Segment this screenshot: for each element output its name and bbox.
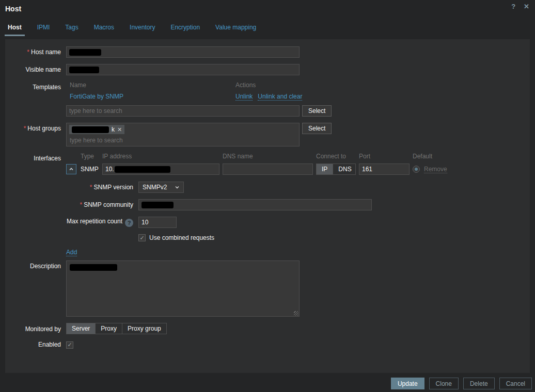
unlink-and-clear-button[interactable]: Unlink and clear — [258, 93, 302, 101]
cancel-button[interactable]: Cancel — [499, 378, 532, 389]
update-button[interactable]: Update — [391, 378, 424, 389]
redacted-host-group-name — [72, 126, 109, 133]
tab-value-mapping[interactable]: Value mapping — [212, 22, 259, 36]
required-asterisk: * — [24, 125, 26, 132]
add-interface-link[interactable]: Add — [66, 249, 77, 256]
host-name-label: *Host name — [5, 46, 61, 58]
tab-host[interactable]: Host — [5, 22, 25, 36]
snmp-community-row: *SNMP community — [66, 199, 459, 210]
template-select-button[interactable]: Select — [302, 105, 332, 117]
chevron-up-icon — [69, 167, 74, 172]
interfaces-table-header: Type IP address DNS name Connect to Port… — [66, 153, 459, 160]
snmp-version-value: SNMPv2 — [143, 184, 167, 191]
dialog-header: Host — [0, 0, 535, 13]
host-groups-multiselect[interactable]: k ✕ type here to search — [66, 123, 300, 146]
monitored-by-server-option[interactable]: Server — [67, 323, 95, 334]
unlink-button[interactable]: Unlink — [235, 93, 253, 101]
templates-actions-column-header: Actions — [235, 81, 256, 89]
combined-requests-row: ✓ Use combined requests — [66, 234, 459, 241]
host-name-input[interactable] — [66, 46, 300, 58]
description-label: Description — [5, 260, 61, 317]
snmp-interface-details: *SNMP version SNMPv2 *SNMP community — [66, 182, 459, 241]
enabled-label: Enabled — [5, 340, 61, 349]
max-repetition-row: Max repetition count? — [66, 217, 459, 228]
host-group-chip-visible-text: k — [112, 126, 115, 133]
use-combined-requests-label: Use combined requests — [149, 234, 214, 241]
check-icon: ✓ — [139, 235, 144, 241]
redacted-host-name-value — [69, 49, 101, 56]
default-interface-radio[interactable] — [413, 166, 420, 173]
host-name-row: *Host name — [5, 46, 530, 58]
dialog-title: Host — [5, 5, 21, 13]
check-icon: ✓ — [67, 341, 72, 348]
required-asterisk: * — [80, 201, 83, 208]
interface-dns-input[interactable] — [223, 164, 313, 175]
tab-ipmi[interactable]: IPMI — [34, 22, 53, 36]
required-asterisk: * — [90, 184, 92, 191]
monitored-by-toggle: Server Proxy Proxy group — [66, 323, 167, 334]
snmp-version-select[interactable]: SNMPv2 — [138, 182, 184, 193]
redacted-ip-value — [115, 166, 170, 173]
visible-name-row: Visible name — [5, 64, 530, 75]
chip-remove-icon[interactable]: ✕ — [117, 126, 122, 133]
visible-name-label: Visible name — [5, 64, 61, 75]
templates-name-column-header: Name — [70, 81, 235, 89]
monitored-by-proxy-group-option[interactable]: Proxy group — [122, 323, 166, 334]
help-icon[interactable]: ? — [510, 2, 517, 11]
redacted-snmp-community-value — [141, 202, 174, 208]
interface-row: SNMP 10. IP DNS Remove — [66, 164, 459, 175]
interfaces-row: Interfaces Type IP address DNS name Conn… — [5, 153, 530, 256]
close-icon[interactable]: ✕ — [522, 2, 531, 11]
redacted-description-value — [70, 264, 117, 271]
templates-table-header: Name Actions — [66, 81, 332, 89]
max-repetition-input[interactable] — [138, 217, 177, 228]
tab-bar: Host IPMI Tags Macros Inventory Encrypti… — [0, 22, 535, 36]
enabled-row: Enabled ✓ — [5, 340, 530, 349]
interfaces-ip-header: IP address — [102, 153, 219, 160]
snmp-version-row: *SNMP version SNMPv2 — [66, 182, 459, 193]
interfaces-connect-header: Connect to — [316, 153, 356, 160]
host-form-panel: *Host name Visible name Templates Name A… — [5, 39, 530, 373]
hint-icon[interactable]: ? — [125, 219, 133, 227]
redacted-visible-name-value — [69, 67, 99, 73]
interface-port-input[interactable] — [359, 164, 410, 175]
host-groups-label: *Host groups — [5, 123, 61, 146]
host-group-chip: k ✕ — [69, 125, 124, 134]
clone-button[interactable]: Clone — [429, 378, 459, 389]
chevron-down-icon — [175, 185, 180, 190]
monitored-by-label: Monitored by — [5, 323, 61, 334]
monitored-by-proxy-option[interactable]: Proxy — [95, 323, 122, 334]
enabled-checkbox[interactable]: ✓ — [66, 341, 73, 349]
delete-button[interactable]: Delete — [463, 378, 495, 389]
connect-to-dns-option[interactable]: DNS — [333, 164, 356, 174]
connect-to-ip-option[interactable]: IP — [317, 164, 333, 174]
interface-remove-button: Remove — [424, 166, 447, 173]
tab-tags[interactable]: Tags — [62, 22, 81, 36]
templates-label: Templates — [5, 81, 61, 117]
ip-visible-prefix: 10. — [105, 166, 114, 173]
tab-encryption[interactable]: Encryption — [167, 22, 203, 36]
interfaces-port-header: Port — [359, 153, 410, 160]
dialog-footer: Update Clone Delete Cancel — [391, 378, 532, 389]
textarea-resize-handle[interactable] — [294, 311, 298, 316]
interface-ip-input[interactable]: 10. — [102, 164, 219, 175]
interfaces-type-header: Type — [81, 153, 99, 160]
template-link[interactable]: FortiGate by SNMP — [70, 93, 123, 100]
host-groups-search-placeholder[interactable]: type here to search — [69, 137, 296, 144]
tab-inventory[interactable]: Inventory — [127, 22, 158, 36]
visible-name-input[interactable] — [66, 64, 300, 75]
host-config-dialog: { "window": { "title": "Host" }, "icons"… — [0, 0, 535, 392]
interfaces-dns-header: DNS name — [223, 153, 313, 160]
templates-row: Templates Name Actions FortiGate by SNMP… — [5, 81, 530, 117]
monitored-by-row: Monitored by Server Proxy Proxy group — [5, 323, 530, 334]
description-textarea[interactable] — [66, 260, 300, 317]
dialog-header-icons: ? ✕ — [510, 2, 531, 11]
host-groups-select-button[interactable]: Select — [302, 123, 332, 134]
interface-collapse-toggle[interactable] — [66, 164, 76, 174]
tab-macros[interactable]: Macros — [91, 22, 117, 36]
connect-to-toggle: IP DNS — [316, 164, 356, 175]
interfaces-label: Interfaces — [5, 153, 61, 256]
snmp-community-input[interactable] — [138, 199, 372, 210]
template-search-input[interactable] — [66, 105, 300, 117]
use-combined-requests-checkbox[interactable]: ✓ — [138, 234, 146, 241]
